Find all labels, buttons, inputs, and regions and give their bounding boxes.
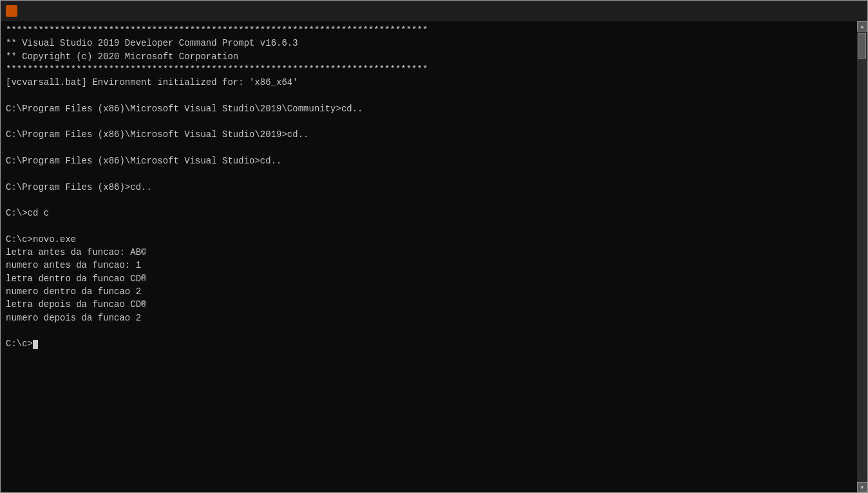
terminal-area: ****************************************…: [1, 21, 867, 492]
scroll-thumb[interactable]: [858, 33, 866, 59]
minimize-button[interactable]: [773, 1, 803, 21]
command-prompt-window: ****************************************…: [0, 0, 868, 493]
close-button[interactable]: [833, 1, 862, 21]
title-bar: [1, 1, 867, 21]
scroll-track[interactable]: [857, 32, 867, 482]
app-icon: [6, 5, 17, 17]
terminal-cursor: [33, 340, 38, 349]
scrollbar[interactable]: ▲ ▼: [857, 21, 867, 492]
maximize-button[interactable]: [803, 1, 833, 21]
scroll-up-button[interactable]: ▲: [857, 21, 867, 32]
terminal-output[interactable]: ****************************************…: [1, 21, 857, 492]
scroll-down-button[interactable]: ▼: [857, 482, 867, 492]
window-controls: [773, 1, 862, 21]
